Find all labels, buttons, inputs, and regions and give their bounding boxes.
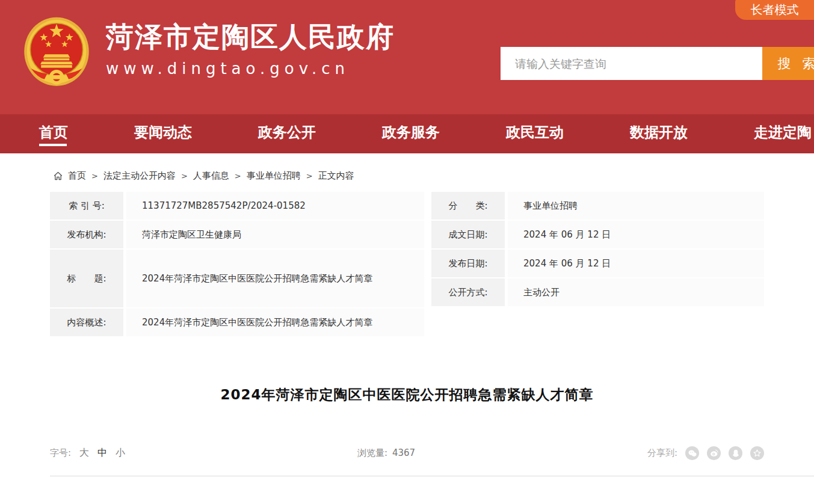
document-meta-table: 索 引 号: 11371727MB2857542P/2024-01582 发布机…: [50, 192, 764, 336]
breadcrumb-separator: >: [235, 171, 241, 180]
font-size-medium-button[interactable]: 中: [97, 447, 107, 459]
search-button[interactable]: 搜 索: [762, 47, 814, 80]
meta-row-category: 分 类: 事业单位招聘: [431, 192, 764, 220]
index-number-value: 11371727MB2857542P/2024-01582: [126, 192, 424, 220]
article-toolbar: 字号: 大 中 小 浏览量:4367 分享到:: [50, 446, 764, 460]
meta-row-index: 索 引 号: 11371727MB2857542P/2024-01582: [50, 192, 424, 220]
breadcrumb-separator: >: [91, 171, 98, 180]
nav-item-news[interactable]: 要闻动态: [134, 114, 192, 153]
site-url: www.dingtao.gov.cn: [106, 60, 395, 78]
site-title: 菏泽市定陶区人民政府: [106, 22, 395, 52]
font-size-label: 字号:: [50, 447, 71, 459]
written-date-label: 成文日期:: [431, 221, 505, 248]
share-controls: 分享到:: [647, 446, 764, 460]
share-wechat-icon[interactable]: [685, 446, 699, 460]
nav-item-gov-service[interactable]: 政务服务: [382, 114, 440, 153]
meta-row-publish-date: 发布日期: 2024 年 06 月 12 日: [431, 250, 764, 277]
breadcrumb-bar: 首页 > 法定主动公开内容 > 人事信息 > 事业单位招聘 > 正文内容: [0, 153, 814, 192]
content-summary-label: 内容概述:: [50, 309, 123, 336]
written-date-value: 2024 年 06 月 12 日: [508, 221, 764, 248]
breadcrumb-institution-recruit[interactable]: 事业单位招聘: [247, 170, 301, 182]
share-label: 分享到:: [647, 447, 677, 459]
publish-date-value: 2024 年 06 月 12 日: [508, 250, 764, 277]
meta-row-agency: 发布机构: 菏泽市定陶区卫生健康局: [50, 221, 424, 248]
national-emblem-logo: [23, 16, 90, 90]
content-summary-value: 2024年菏泽市定陶区中医医院公开招聘急需紧缺人才简章: [126, 309, 424, 336]
site-header: 菏泽市定陶区人民政府 www.dingtao.gov.cn 搜 索 长者模式: [0, 0, 814, 114]
search-bar: 搜 索: [501, 47, 814, 80]
breadcrumb-current: 正文内容: [318, 170, 354, 182]
share-weibo-icon[interactable]: [707, 446, 721, 460]
nav-item-interaction[interactable]: 政民互动: [506, 114, 564, 153]
meta-row-summary: 内容概述: 2024年菏泽市定陶区中医医院公开招聘急需紧缺人才简章: [50, 309, 424, 336]
meta-row-title: 标 题: 2024年菏泽市定陶区中医医院公开招聘急需紧缺人才简章: [50, 250, 424, 307]
breadcrumb-separator: >: [306, 171, 313, 180]
publicity-type-label: 公开方式:: [431, 278, 505, 306]
breadcrumb-home[interactable]: 首页: [68, 170, 86, 182]
view-count-value: 4367: [392, 447, 415, 458]
nav-item-home[interactable]: 首页: [39, 114, 68, 153]
meta-row-written-date: 成文日期: 2024 年 06 月 12 日: [431, 221, 764, 248]
publicity-type-value: 主动公开: [508, 278, 764, 306]
breadcrumb: 首页 > 法定主动公开内容 > 人事信息 > 事业单位招聘 > 正文内容: [53, 170, 814, 182]
share-qq-icon[interactable]: [729, 446, 742, 460]
nav-item-about-dingtao[interactable]: 走进定陶: [754, 114, 812, 153]
home-icon: [53, 171, 63, 181]
font-size-large-button[interactable]: 大: [79, 447, 89, 459]
issuing-agency-label: 发布机构:: [50, 221, 123, 248]
publish-date-label: 发布日期:: [431, 250, 505, 277]
font-size-small-button[interactable]: 小: [116, 447, 125, 459]
meta-row-publicity-type: 公开方式: 主动公开: [431, 278, 764, 306]
elder-mode-button[interactable]: 长者模式: [735, 0, 814, 20]
index-number-label: 索 引 号:: [50, 192, 123, 220]
search-input[interactable]: [501, 47, 762, 80]
category-value: 事业单位招聘: [508, 192, 764, 220]
breadcrumb-personnel-info[interactable]: 人事信息: [193, 170, 229, 182]
share-qzone-icon[interactable]: [750, 446, 764, 460]
category-label: 分 类:: [431, 192, 505, 220]
article-title: 2024年菏泽市定陶区中医医院公开招聘急需紧缺人才简章: [0, 386, 814, 404]
view-count: 浏览量:4367: [357, 447, 415, 459]
view-count-label: 浏览量:: [357, 447, 387, 458]
nav-item-data-open[interactable]: 数据开放: [630, 114, 688, 153]
breadcrumb-separator: >: [181, 171, 188, 180]
doc-title-value: 2024年菏泽市定陶区中医医院公开招聘急需紧缺人才简章: [126, 250, 424, 307]
main-nav: 首页 要闻动态 政务公开 政务服务 政民互动 数据开放 走进定陶: [0, 114, 814, 153]
issuing-agency-value: 菏泽市定陶区卫生健康局: [126, 221, 424, 248]
font-size-controls: 字号: 大 中 小: [50, 447, 125, 459]
breadcrumb-legal-disclosure[interactable]: 法定主动公开内容: [103, 170, 176, 182]
content-divider: [50, 476, 814, 476]
doc-title-label: 标 题:: [50, 250, 123, 307]
nav-item-gov-open[interactable]: 政务公开: [258, 114, 316, 153]
site-identity: 菏泽市定陶区人民政府 www.dingtao.gov.cn: [106, 22, 395, 78]
